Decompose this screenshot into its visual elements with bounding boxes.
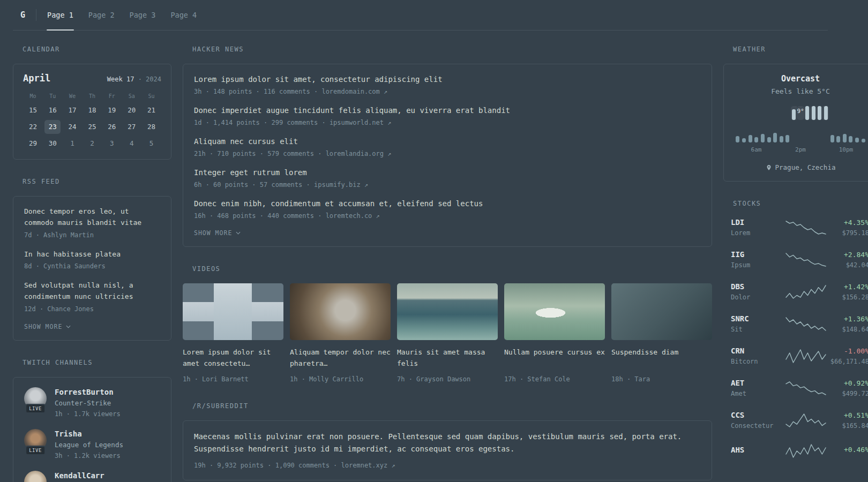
stock-symbol[interactable]: LDI — [731, 218, 784, 227]
hn-show-more-button[interactable]: SHOW MORE — [194, 229, 241, 237]
rss-list: Donec tempor eros leo, ut commodo mauris… — [24, 206, 160, 314]
stock-identity: SNRC Sit — [731, 314, 784, 333]
rss-item-title[interactable]: In hac habitasse platea — [24, 249, 160, 260]
weather-hour-cell — [766, 106, 772, 142]
avatar — [24, 471, 47, 482]
stock-row[interactable]: AHS +0.46% — [731, 443, 868, 459]
weather-hour-bar — [785, 135, 789, 142]
video-item[interactable]: Suspendisse diam 18h · Tara — [611, 283, 712, 384]
stock-values: +4.35% $795.18 — [827, 219, 868, 237]
rss-show-more-button[interactable]: SHOW MORE — [24, 323, 71, 330]
twitch-channel-name[interactable]: KendallCarr — [55, 471, 104, 480]
video-list: Lorem ipsum dolor sit amet consectetu… 1… — [183, 283, 712, 384]
stock-name: Ipsum — [731, 261, 784, 269]
calendar-days-grid: 15 16 17 18 19 20 21 — [23, 103, 161, 150]
stock-values: +2.84% $42.04 — [827, 251, 868, 269]
calendar-year: · 2024 — [138, 76, 161, 83]
stock-row[interactable]: AET Amet +0.92% $499.72 — [731, 379, 868, 397]
video-thumbnail[interactable] — [183, 283, 283, 340]
weather-hour-cell — [760, 106, 766, 142]
stock-sparkline — [784, 316, 827, 332]
stock-name: Lorem — [731, 229, 784, 237]
twitch-channel-info: KendallCarr — [55, 471, 104, 482]
twitch-channel-name[interactable]: Trisha — [55, 429, 123, 439]
weather-hour-cell — [829, 106, 835, 142]
stock-row[interactable]: DBS Dolor +1.42% $156.28 — [731, 282, 868, 301]
video-meta: 1h · Molly Carrillo — [290, 374, 391, 384]
video-thumbnail[interactable] — [397, 283, 498, 340]
weather-hour-bar — [761, 134, 765, 142]
stock-identity: AHS — [731, 446, 784, 457]
subreddit-widget: /R/SUBREDDIT Maecenas mollis pulvinar er… — [183, 402, 712, 480]
weather-widget-title: WEATHER — [723, 46, 868, 53]
hn-story-domain[interactable]: loremlandia.org ↗ — [326, 150, 392, 157]
hn-story-domain[interactable]: loremtech.co ↗ — [326, 212, 380, 220]
video-thumbnail[interactable] — [611, 283, 712, 340]
subreddit-post-domain[interactable]: loremnet.xyz ↗ — [341, 462, 395, 469]
stock-change: +0.92% — [827, 379, 868, 387]
hn-story: Lorem ipsum dolor sit amet, consectetur … — [194, 74, 701, 96]
twitch-channel[interactable]: LIVE Trisha League of Legends 3h · 1.2k … — [24, 429, 160, 461]
stock-symbol[interactable]: AET — [731, 379, 784, 387]
twitch-channel[interactable]: LIVE ForrestBurton Counter-Strike 1h · 1… — [24, 387, 160, 419]
rss-item-title[interactable]: Sed volutpat nulla nisl, a condimentum n… — [24, 280, 160, 303]
hn-story-title[interactable]: Donec enim nibh, condimentum et accumsan… — [194, 198, 701, 209]
video-title[interactable]: Lorem ipsum dolor sit amet consectetu… — [183, 347, 283, 370]
hackernews-widget: HACKER NEWS Lorem ipsum dolor sit amet, … — [183, 46, 712, 247]
video-item[interactable]: Nullam posuere cursus ex 17h · Stefan Co… — [504, 283, 605, 384]
stock-values: +0.92% $499.72 — [827, 379, 868, 397]
subreddit-card: Maecenas mollis pulvinar erat non posuer… — [183, 420, 712, 480]
page-tab[interactable]: Page 3 — [122, 0, 163, 30]
stock-identity: AET Amet — [731, 379, 784, 397]
videos-widget-title: VIDEOS — [183, 265, 712, 273]
subreddit-post-text[interactable]: Maecenas mollis pulvinar erat non posuer… — [194, 431, 701, 455]
calendar-day: 1 — [64, 137, 80, 150]
hn-story-title[interactable]: Aliquam nec cursus elit — [194, 136, 701, 147]
stock-row[interactable]: LDI Lorem +4.35% $795.18 — [731, 218, 868, 237]
video-thumbnail[interactable] — [504, 283, 605, 340]
stock-symbol[interactable]: SNRC — [731, 314, 784, 323]
twitch-channel-name[interactable]: ForrestBurton — [55, 387, 121, 397]
video-thumbnail[interactable] — [290, 283, 391, 340]
page-tab[interactable]: Page 1 — [40, 0, 81, 30]
video-item[interactable]: Mauris sit amet massa felis 7h · Grayson… — [397, 283, 498, 384]
twitch-widget-title: TWITCH CHANNELS — [13, 359, 171, 366]
stock-symbol[interactable]: CCS — [731, 411, 784, 419]
weather-hourly-chart: 9° — [734, 106, 867, 142]
hn-story-title[interactable]: Integer eget rutrum lorem — [194, 167, 701, 178]
video-title[interactable]: Suspendisse diam — [611, 347, 712, 370]
page-tab[interactable]: Page 2 — [81, 0, 122, 30]
twitch-channel-info: Trisha League of Legends 3h · 1.2k viewe… — [55, 429, 123, 461]
calendar-day: 21 — [144, 103, 160, 117]
stock-identity: IIG Ipsum — [731, 250, 784, 269]
video-item[interactable]: Lorem ipsum dolor sit amet consectetu… 1… — [183, 283, 283, 384]
stock-values: +0.46% — [827, 446, 868, 456]
stock-symbol[interactable]: AHS — [731, 446, 784, 454]
weather-hour-cell — [804, 106, 811, 120]
video-title[interactable]: Mauris sit amet massa felis — [397, 347, 498, 370]
calendar-day: 29 — [25, 137, 41, 150]
stock-values: +1.36% $148.64 — [827, 315, 868, 333]
page-tabs: Page 1 Page 2 Page 3 Page 4 — [40, 0, 204, 30]
hn-story-domain[interactable]: ipsumworld.net ↗ — [330, 119, 392, 126]
page-tab[interactable]: Page 4 — [163, 0, 204, 30]
hn-story-title[interactable]: Lorem ipsum dolor sit amet, consectetur … — [194, 74, 701, 85]
hn-story-domain[interactable]: ipsumify.biz ↗ — [314, 181, 368, 189]
calendar-week-number: Week 17 — [107, 76, 134, 83]
rss-item-title[interactable]: Donec tempor eros leo, ut commodo mauris… — [24, 206, 160, 229]
twitch-channel[interactable]: KendallCarr — [24, 471, 160, 482]
stock-symbol[interactable]: IIG — [731, 250, 784, 259]
hn-story-title[interactable]: Donec imperdiet augue tincidunt felis al… — [194, 105, 701, 116]
hn-story-domain[interactable]: loremdomain.com ↗ — [321, 88, 387, 95]
stock-row[interactable]: CCS Consectetur +0.51% $165.84 — [731, 411, 868, 430]
video-item[interactable]: Aliquam tempor dolor nec pharetra… 1h · … — [290, 283, 391, 384]
stock-identity: CCS Consectetur — [731, 411, 784, 430]
video-title[interactable]: Aliquam tempor dolor nec pharetra… — [290, 347, 391, 370]
stock-row[interactable]: SNRC Sit +1.36% $148.64 — [731, 314, 868, 333]
stock-symbol[interactable]: DBS — [731, 282, 784, 291]
stock-row[interactable]: CRN Bitcorn -1.00% $66,171.48 — [731, 347, 868, 365]
stock-symbol[interactable]: CRN — [731, 347, 784, 355]
video-title[interactable]: Nullam posuere cursus ex — [504, 347, 605, 370]
stock-row[interactable]: IIG Ipsum +2.84% $42.04 — [731, 250, 868, 269]
stock-sparkline — [784, 443, 827, 459]
